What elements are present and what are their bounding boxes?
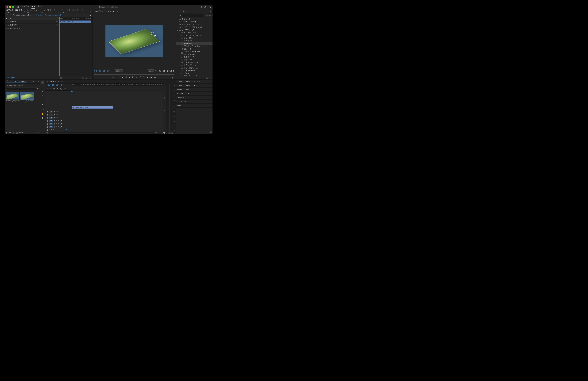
collapsed-panel[interactable]: マーカー≡ (176, 96, 212, 100)
timeline-tab[interactable]: シーケンス 01 (49, 80, 60, 83)
extract-icon[interactable]: ⇲ (143, 76, 145, 78)
button-editor-icon[interactable]: ＋ (171, 76, 174, 80)
collapsed-panel[interactable]: エッセンシャルサウンド≡ (176, 84, 212, 88)
effect-folder[interactable]: ›🗀オーディオエフェクト (176, 23, 212, 26)
creative-cloud-icon[interactable]: ◉ (6, 132, 7, 134)
timeline-hscroll-right[interactable] (155, 132, 157, 134)
safe-margins-icon[interactable]: ▦ (154, 76, 156, 78)
quick-export-icon[interactable] (200, 6, 202, 8)
audio-track-header[interactable]: 🔒A3▣MS🎤 (45, 125, 72, 128)
tab-import[interactable]: 読み込み (21, 5, 29, 9)
scrub-knob-right[interactable] (173, 74, 174, 75)
effect-folder[interactable]: ›🗀チャンネル (176, 58, 212, 61)
selection-tool-icon[interactable] (41, 81, 44, 84)
collapsed-panel[interactable]: 情報≡ (176, 104, 212, 108)
effect-item[interactable]: ⊡ルミナンスキー (176, 53, 212, 56)
audio-track[interactable] (72, 115, 163, 118)
icon-view-icon[interactable]: ▦ (13, 132, 14, 134)
mix-track-header[interactable]: 🔒ミックス0.0▸◂ (45, 128, 72, 131)
linked-selection-icon[interactable]: ⫘ (53, 88, 55, 90)
program-scrubber[interactable] (96, 74, 173, 75)
track-select-tool-icon[interactable]: ⇥ (41, 85, 44, 88)
filter-icon[interactable]: ▼. (80, 76, 85, 80)
effect-folder[interactable]: ›🗀トランジション (176, 64, 212, 67)
goto-out-icon[interactable]: ▸| (136, 76, 137, 78)
settings-icon[interactable]: 🔧 (60, 88, 62, 90)
effect-folder[interactable]: ›🗀プリセット (176, 18, 212, 20)
timeline-timecode[interactable]: 00;00;00;00 (45, 84, 72, 87)
program-current-time[interactable]: 00;00;00;00 (94, 70, 110, 72)
tab-program[interactable]: プログラム: シーケンス 01 (94, 10, 116, 13)
tab-media[interactable]: メデ (31, 80, 34, 83)
type-tool-icon[interactable]: T (41, 116, 44, 120)
effect-folder[interactable]: ⌄🗀キーイング (176, 39, 212, 42)
step-fwd-icon[interactable]: |▸ (132, 76, 134, 78)
tab-lumetri-scopes[interactable]: Lumetri スコープ (27, 9, 39, 14)
video-track[interactable] (72, 103, 163, 106)
video-track-header[interactable]: 🔒V3▣👁 (45, 110, 72, 113)
prop-opacity[interactable]: ›fx 不透明度 ↺ (5, 23, 59, 27)
rectangle-tool-icon[interactable]: ▭ (41, 108, 44, 111)
overflow-icon[interactable]: » (38, 81, 39, 83)
effect-item[interactable]: ⊡Ultra キー (176, 42, 212, 45)
effect-folder[interactable]: ›🗀オーディオトランジション (176, 26, 212, 28)
video-track[interactable]: fxformation_origin.mp4 (72, 106, 163, 109)
zoom-slider[interactable]: ━○━ (19, 132, 23, 134)
popout-icon[interactable]: ▢ (88, 76, 92, 80)
keyframe-icon[interactable]: ♪ (85, 76, 88, 80)
tab-export[interactable]: 書き出し (38, 5, 45, 9)
skip-end-icon[interactable]: ▸| (163, 132, 165, 134)
project-item[interactable]: シーケンス 0110;00 (21, 92, 34, 104)
effect-folder[interactable]: ⌄🗀ビデオエフェクト (176, 28, 212, 31)
marker-icon[interactable]: ⬯ (112, 76, 114, 78)
wrench-icon[interactable]: 🔧 (155, 70, 158, 72)
audio-track-header[interactable]: 🔒A1▣MS🎤 (45, 119, 72, 122)
scrub-knob-left[interactable] (94, 74, 96, 75)
audio-track[interactable] (72, 109, 163, 112)
collapsed-panel[interactable]: ヒストリー≡ (176, 100, 212, 104)
panel-menu-icon[interactable]: ≡ (117, 10, 118, 12)
goto-in-icon[interactable]: |◂ (122, 76, 123, 78)
program-canvas[interactable]: 攻撃 (105, 25, 163, 57)
collapsed-panel[interactable]: CC ライブラリ≡ (176, 92, 212, 96)
reset-icon[interactable]: ↺ (56, 21, 58, 23)
resolution-select[interactable]: 1/2⌄ (148, 69, 154, 72)
effect-folder[interactable]: ›🗀イマーシブビデオ (176, 31, 212, 34)
snap-icon[interactable]: ⫰ (47, 88, 48, 90)
magnet-icon[interactable]: ∩ (50, 88, 51, 90)
ec-scroll-knob[interactable] (60, 77, 62, 79)
effect-folder[interactable]: ›🗀ビデオ (176, 72, 212, 75)
razor-tool-icon[interactable]: ✂ (41, 94, 44, 97)
prop-timeremap[interactable]: ›fx タイムリマップ (5, 27, 59, 30)
effect-item[interactable]: ⊡アルファチャンネルキー (176, 45, 212, 47)
audio-track-header[interactable]: 🔒A2▣MS🎤 (45, 122, 72, 125)
panel-menu-icon[interactable]: ≡ (62, 81, 63, 83)
lift-icon[interactable]: ⇱ (140, 76, 141, 78)
effects-tree[interactable]: ›🗀プリセット›🗀Lumetri プリセット›🗀オーディオエフェクト›🗀オーディ… (176, 18, 212, 76)
step-back-icon[interactable]: ◂| (125, 76, 127, 78)
collapsed-panel[interactable]: エッセンシャルグラフィックス≡ (176, 80, 212, 84)
solo-right[interactable]: S (171, 133, 173, 134)
effect-folder[interactable]: ›🗀ノイズ&グレイン (176, 69, 212, 72)
play-icon[interactable]: ▶ (129, 76, 130, 78)
tab-effects[interactable]: エフェクト (177, 10, 187, 13)
panel-menu-icon[interactable]: ≡ (24, 10, 25, 12)
reset-icon[interactable]: ↺ (56, 24, 58, 26)
effects-search-input[interactable] (180, 14, 205, 17)
effect-item[interactable]: ⊡カラーキー (176, 47, 212, 50)
video-track-header[interactable]: 🔒V1▣👁 (45, 116, 72, 119)
video-track[interactable] (72, 100, 163, 103)
export-frame-icon[interactable]: ◙ (147, 76, 148, 78)
effect-folder[interactable]: ›🗀カラー補正 (176, 37, 212, 39)
info-icon[interactable]: ⓘ (210, 131, 211, 134)
effect-folder[interactable]: ›🗀スタイライズ (176, 56, 212, 58)
yuv-badge-icon[interactable]: ▥ (212, 15, 212, 17)
32bit-badge-icon[interactable]: 32 (209, 15, 211, 17)
home-icon[interactable] (17, 6, 19, 8)
ec-breadcrumb-sequence[interactable]: シーケンス 01・formation_origin.mp4 (32, 14, 61, 16)
filter-bin-icon[interactable]: ◧ (37, 87, 39, 90)
caption-icon[interactable]: cc (64, 88, 66, 90)
tab-source-monitor[interactable]: ソース : (クリップなし) (40, 9, 56, 14)
list-view-icon[interactable]: ☰ (9, 132, 11, 134)
tab-audio-mixer[interactable]: オーディオクリップミキサー : シーケンス 01 (57, 9, 87, 14)
